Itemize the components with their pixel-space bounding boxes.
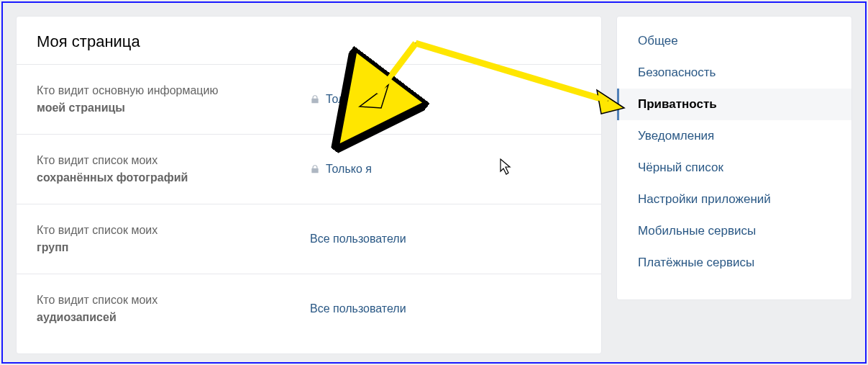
setting-label: Кто видит список моих групп: [37, 222, 310, 256]
lock-icon: [310, 94, 320, 104]
page-title: Моя страница: [37, 32, 581, 51]
sidebar-item-privacy[interactable]: Приватность: [617, 89, 851, 120]
settings-sidebar: Общее Безопасность Приватность Уведомлен…: [616, 16, 852, 300]
setting-label: Кто видит список моих аудиозаписей: [37, 292, 310, 326]
setting-row-basic-info: Кто видит основную информацию моей стран…: [17, 65, 601, 135]
setting-value-groups[interactable]: Все пользователи: [310, 233, 406, 245]
panel-header: Моя страница: [17, 17, 601, 65]
sidebar-item-payment[interactable]: Платёжные сервисы: [617, 247, 851, 279]
setting-row-groups: Кто видит список моих групп Все пользова…: [17, 204, 601, 274]
setting-label: Кто видит список моих сохранённых фотогр…: [37, 152, 310, 186]
sidebar-item-mobile[interactable]: Мобильные сервисы: [617, 215, 851, 247]
setting-row-saved-photos: Кто видит список моих сохранённых фотогр…: [17, 135, 601, 204]
setting-value-saved-photos[interactable]: Только я: [310, 163, 372, 176]
setting-label: Кто видит основную информацию моей стран…: [37, 82, 310, 117]
setting-row-audio: Кто видит список моих аудиозаписей Все п…: [17, 274, 601, 343]
sidebar-item-security[interactable]: Безопасность: [617, 57, 851, 89]
sidebar-item-notifications[interactable]: Уведомления: [617, 120, 851, 152]
setting-value-basic-info[interactable]: Только друзья: [310, 93, 402, 106]
sidebar-item-general[interactable]: Общее: [617, 25, 851, 57]
lock-icon: [310, 164, 320, 174]
privacy-settings-panel: Моя страница Кто видит основную информац…: [16, 16, 602, 354]
sidebar-item-app-settings[interactable]: Настройки приложений: [617, 184, 851, 215]
setting-value-audio[interactable]: Все пользователи: [310, 302, 406, 315]
sidebar-item-blacklist[interactable]: Чёрный список: [617, 152, 851, 184]
